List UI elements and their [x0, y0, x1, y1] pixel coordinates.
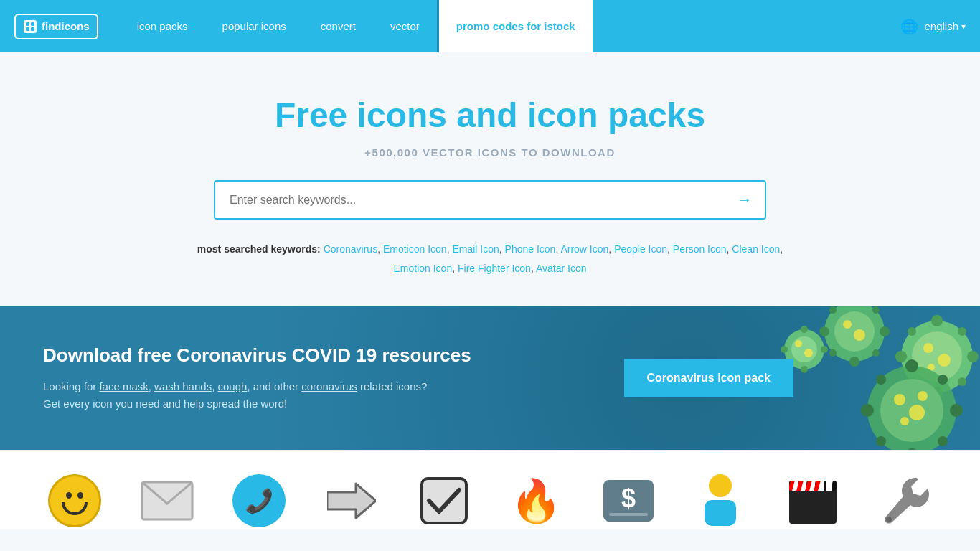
hero-title: Free icons and icon packs [14, 95, 966, 135]
search-button[interactable]: → [725, 182, 765, 218]
covid-cta-button[interactable]: Coronavirus icon pack [624, 359, 794, 397]
covid-title: Download free Coronavirus COVID 19 resou… [43, 344, 471, 367]
svg-point-38 [876, 436, 886, 446]
icon-item-envelope[interactable] [128, 472, 207, 529]
nav-popular-icons[interactable]: popular icons [205, 0, 303, 52]
svg-point-26 [829, 349, 837, 357]
svg-point-19 [834, 311, 875, 352]
svg-rect-57 [609, 513, 648, 516]
smiley-mouth [62, 502, 88, 515]
keyword-emotion[interactable]: Emotion Icon [393, 263, 452, 274]
language-selector[interactable]: 🌐 english ▾ [900, 18, 966, 35]
logo[interactable]: findicons [14, 14, 98, 39]
header: findicons icon packs popular icons conve… [0, 0, 980, 52]
logo-text: findicons [42, 20, 90, 32]
envelope-icon [138, 472, 196, 529]
icon-item-person[interactable] [681, 472, 760, 529]
svg-point-14 [908, 327, 916, 336]
svg-rect-4 [31, 27, 34, 31]
icon-item-arrow[interactable] [312, 472, 391, 529]
person-icon [692, 472, 749, 529]
icon-item-money[interactable]: $ [589, 472, 668, 529]
svg-point-46 [801, 326, 808, 333]
svg-point-21 [880, 326, 890, 336]
logo-icon [23, 19, 37, 34]
icon-item-fire[interactable]: 🔥 [496, 472, 575, 529]
svg-point-7 [931, 315, 943, 326]
svg-rect-1 [26, 22, 29, 26]
svg-point-50 [795, 340, 802, 347]
globe-icon: 🌐 [900, 18, 918, 35]
icon-item-checkbox[interactable] [405, 472, 484, 529]
main-nav: icon packs popular icons convert vector … [120, 0, 901, 52]
covid-section: Download free Coronavirus COVID 19 resou… [0, 306, 980, 450]
keyword-emoticon[interactable]: Emoticon Icon [383, 243, 447, 255]
nav-convert[interactable]: convert [303, 0, 373, 52]
money-icon: $ [600, 472, 657, 529]
svg-point-42 [900, 417, 909, 425]
keyword-email[interactable]: Email Icon [452, 243, 499, 255]
svg-point-22 [849, 357, 859, 367]
svg-point-11 [958, 327, 966, 336]
svg-point-48 [801, 366, 808, 373]
svg-point-15 [923, 343, 933, 353]
keyword-firefighter[interactable]: Fire Fighter Icon [458, 263, 531, 274]
search-input[interactable] [215, 182, 725, 218]
nav-promo-codes[interactable]: promo codes for istock [437, 0, 593, 52]
keyword-person[interactable]: Person Icon [673, 243, 727, 255]
keyword-arrow[interactable]: Arrow Icon [560, 243, 608, 255]
wrench-icon [877, 472, 934, 529]
svg-point-25 [872, 349, 880, 357]
svg-point-10 [895, 351, 907, 362]
svg-marker-53 [327, 484, 376, 518]
icon-item-wrench[interactable] [866, 472, 945, 529]
clapboard-icon [784, 472, 842, 529]
svg-point-39 [876, 375, 886, 385]
link-wash-hands[interactable]: wash hands [154, 380, 212, 392]
svg-point-27 [829, 306, 837, 314]
hero-subtitle: +500,000 VECTOR ICONS TO DOWNLOAD [14, 146, 966, 159]
keyword-people[interactable]: People Icon [614, 243, 667, 255]
left-eye [66, 492, 72, 499]
icon-item-smiley[interactable] [35, 472, 114, 529]
svg-point-47 [821, 346, 828, 353]
checkbox-icon [415, 472, 473, 529]
svg-point-32 [905, 359, 918, 372]
most-searched-section: most searched keywords: Coronavirus, Emo… [167, 240, 813, 278]
svg-rect-60 [789, 488, 837, 524]
fire-icon: 🔥 [507, 472, 565, 529]
svg-point-45 [791, 336, 817, 362]
svg-point-8 [967, 351, 979, 362]
link-coronavirus[interactable]: coronavirus [301, 380, 357, 392]
chevron-down-icon: ▾ [961, 22, 966, 32]
phone-icon: 📞 [230, 472, 288, 529]
svg-point-35 [861, 404, 874, 417]
svg-point-33 [950, 404, 963, 417]
smiley-icon [46, 472, 103, 529]
svg-rect-72 [826, 481, 832, 491]
svg-point-58 [709, 474, 732, 497]
link-cough[interactable]: cough [218, 380, 248, 392]
svg-rect-2 [31, 22, 34, 26]
svg-point-77 [886, 517, 892, 522]
hero-section: Free icons and icon packs +500,000 VECTO… [0, 52, 980, 306]
svg-rect-59 [705, 500, 736, 526]
nav-vector[interactable]: vector [373, 0, 437, 52]
keyword-phone[interactable]: Phone Icon [505, 243, 556, 255]
keyword-coronavirus[interactable]: Coronavirus [324, 243, 377, 255]
language-label: english ▾ [924, 20, 966, 32]
svg-point-28 [843, 320, 852, 329]
most-searched-label: most searched keywords: [197, 243, 321, 255]
svg-text:$: $ [621, 484, 636, 513]
covid-text-block: Download free Coronavirus COVID 19 resou… [43, 344, 471, 413]
arrow-icon [323, 472, 380, 529]
svg-rect-0 [24, 20, 37, 33]
icon-item-phone[interactable]: 📞 [220, 472, 298, 529]
nav-icon-packs[interactable]: icon packs [120, 0, 205, 52]
svg-point-49 [781, 346, 788, 353]
link-face-mask[interactable]: face mask [99, 380, 148, 392]
keyword-clean[interactable]: Clean Icon [732, 243, 780, 255]
keyword-avatar[interactable]: Avatar Icon [536, 263, 587, 274]
covid-description: Looking for face mask, wash hands, cough… [43, 378, 471, 413]
icon-item-clapboard[interactable] [773, 472, 852, 529]
